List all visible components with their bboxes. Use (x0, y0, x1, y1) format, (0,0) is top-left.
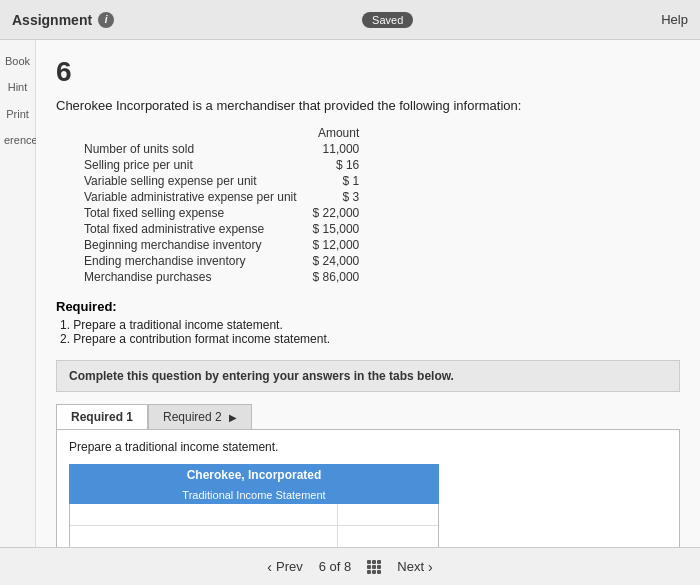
income-table-title: Traditional Income Statement (69, 486, 439, 504)
income-row (70, 526, 438, 547)
table-cell-amount: $ 16 (305, 157, 368, 173)
prev-arrow-icon: ‹ (267, 559, 272, 575)
sidebar-item-hint[interactable]: Hint (0, 74, 35, 100)
prev-label: Prev (276, 559, 303, 574)
top-bar-left: Assignment i (12, 12, 114, 28)
table-cell-amount: $ 1 (305, 173, 368, 189)
problem-description: Cherokee Incorporated is a merchandiser … (56, 98, 680, 113)
table-cell-amount: $ 24,000 (305, 253, 368, 269)
next-button[interactable]: Next › (397, 559, 432, 575)
data-table: Amount Number of units sold11,000Selling… (76, 125, 367, 285)
table-cell-label: Variable selling expense per unit (76, 173, 305, 189)
income-table-wrapper: Cherokee, Incorporated Traditional Incom… (69, 464, 439, 547)
table-row: Number of units sold11,000 (76, 141, 367, 157)
table-cell-label: Selling price per unit (76, 157, 305, 173)
main-layout: Book Hint Print erences 6 Cherokee Incor… (0, 40, 700, 547)
required-section: Required: 1. Prepare a traditional incom… (56, 299, 680, 346)
tab-arrow-icon: ▶ (229, 412, 237, 423)
income-cell-label[interactable] (70, 526, 338, 547)
info-icon[interactable]: i (98, 12, 114, 28)
tabs-row: Required 1 Required 2 ▶ (56, 404, 680, 429)
required-label: Required: (56, 299, 680, 314)
income-row (70, 504, 438, 526)
page-title: Assignment (12, 12, 92, 28)
data-table-wrapper: Amount Number of units sold11,000Selling… (76, 125, 680, 285)
next-label: Next (397, 559, 424, 574)
table-cell-label: Number of units sold (76, 141, 305, 157)
required-item-1: 1. Prepare a traditional income statemen… (60, 318, 680, 332)
bottom-nav-bar: ‹ Prev 6 of 8 Next › (0, 547, 700, 585)
table-row: Variable administrative expense per unit… (76, 189, 367, 205)
table-row: Merchandise purchases$ 86,000 (76, 269, 367, 285)
income-cell-value[interactable] (338, 526, 438, 547)
tab-content: Prepare a traditional income statement. … (56, 429, 680, 547)
saved-badge: Saved (362, 12, 413, 28)
tab-required-2[interactable]: Required 2 ▶ (148, 404, 252, 429)
income-cell-label[interactable] (70, 504, 338, 525)
tab-required-1[interactable]: Required 1 (56, 404, 148, 429)
table-cell-amount: $ 86,000 (305, 269, 368, 285)
content-area: 6 Cherokee Incorporated is a merchandise… (36, 40, 700, 547)
help-link[interactable]: Help (661, 12, 688, 27)
table-cell-amount: $ 22,000 (305, 205, 368, 221)
table-row: Selling price per unit$ 16 (76, 157, 367, 173)
page-info: 6 of 8 (319, 559, 352, 574)
income-table-company: Cherokee, Incorporated (69, 464, 439, 486)
table-row: Total fixed administrative expense$ 15,0… (76, 221, 367, 237)
table-cell-label: Ending merchandise inventory (76, 253, 305, 269)
table-cell-amount: 11,000 (305, 141, 368, 157)
label-col-header (76, 125, 305, 141)
sidebar: Book Hint Print erences (0, 40, 36, 547)
table-cell-label: Total fixed selling expense (76, 205, 305, 221)
sidebar-item-print[interactable]: Print (0, 101, 35, 127)
sidebar-item-book[interactable]: Book (0, 48, 35, 74)
problem-number: 6 (56, 56, 680, 88)
required-item-2: 2. Prepare a contribution format income … (60, 332, 680, 346)
sidebar-item-references[interactable]: erences (0, 127, 35, 153)
table-row: Ending merchandise inventory$ 24,000 (76, 253, 367, 269)
table-row: Variable selling expense per unit$ 1 (76, 173, 367, 189)
table-cell-amount: $ 15,000 (305, 221, 368, 237)
income-table-body (69, 504, 439, 547)
table-cell-label: Beginning merchandise inventory (76, 237, 305, 253)
complete-question-box: Complete this question by entering your … (56, 360, 680, 392)
table-cell-label: Variable administrative expense per unit (76, 189, 305, 205)
next-arrow-icon: › (428, 559, 433, 575)
income-cell-value[interactable] (338, 504, 438, 525)
table-row: Total fixed selling expense$ 22,000 (76, 205, 367, 221)
table-cell-label: Total fixed administrative expense (76, 221, 305, 237)
amount-col-header: Amount (305, 125, 368, 141)
prev-button[interactable]: ‹ Prev (267, 559, 302, 575)
table-row: Beginning merchandise inventory$ 12,000 (76, 237, 367, 253)
table-cell-amount: $ 3 (305, 189, 368, 205)
tab-instruction: Prepare a traditional income statement. (69, 440, 667, 454)
table-cell-label: Merchandise purchases (76, 269, 305, 285)
table-cell-amount: $ 12,000 (305, 237, 368, 253)
top-bar: Assignment i Saved Help (0, 0, 700, 40)
grid-icon[interactable] (367, 560, 381, 574)
